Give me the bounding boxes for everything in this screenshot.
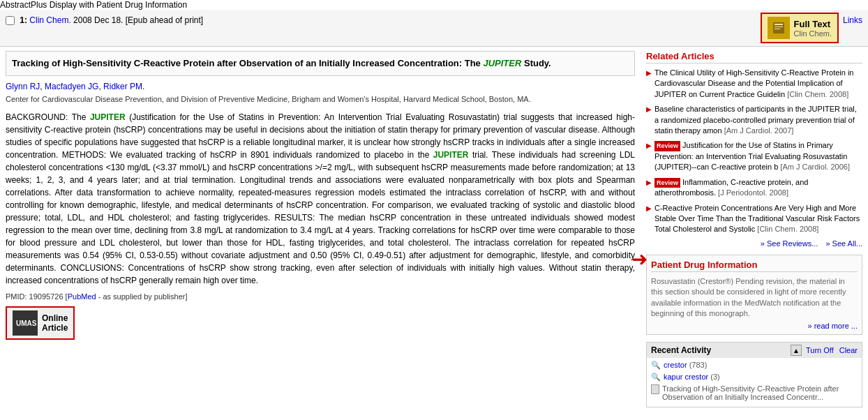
review-badge-3: Review: [654, 141, 680, 151]
book-icon: [772, 21, 786, 35]
citation-checkbox[interactable]: [6, 16, 15, 25]
online-article-button[interactable]: UMASS OnlineArticle: [6, 306, 75, 340]
online-article-label: OnlineArticle: [42, 313, 68, 333]
full-text-label: Full Text: [794, 19, 832, 29]
citation-number: 1:: [20, 15, 29, 25]
read-more-link[interactable]: » read more ...: [807, 322, 858, 330]
related-arrow-1: ▶: [646, 68, 652, 100]
related-item-5-text: C-Reactive Protein Concentrations Are Ve…: [654, 203, 862, 235]
read-more-container: » read more ...: [651, 322, 858, 330]
abstract-jupiter-2: JUPITER: [433, 150, 469, 160]
see-links: » See Reviews... » See All...: [646, 239, 862, 248]
related-arrow-5: ▶: [646, 204, 652, 235]
full-text-text: Full Text Clin Chem.: [794, 19, 832, 38]
citation-rest: 2008 Dec 18. [Epub ahead of print]: [73, 15, 203, 25]
ra-item-3-text: Tracking of High-Sensitivity C-Reactive …: [662, 384, 858, 401]
top-bar: 1: Clin Chem. 2008 Dec 18. [Epub ahead o…: [0, 10, 868, 47]
ra-item-2: 🔍 kapur crestor (3): [651, 373, 858, 382]
title-part1: Tracking of High-Sensitivity C-Reactive …: [12, 58, 483, 68]
svg-rect-1: [775, 24, 783, 25]
related-articles-section: Related Articles ▶ The Clinical Utility …: [646, 51, 862, 248]
patient-drug-header: Patient Drug Information: [651, 260, 858, 272]
ra-item-2-text: kapur crestor (3): [664, 373, 720, 381]
ra-link-1[interactable]: crestor: [664, 361, 687, 369]
clear-link[interactable]: Clear: [839, 346, 858, 354]
article-title: Tracking of High-Sensitivity C-Reactive …: [12, 57, 629, 70]
ra-item-3: Tracking of High-Sensitivity C-Reactive …: [651, 384, 858, 401]
search-icon-1: 🔍: [651, 361, 661, 370]
umass-icon: UMASS: [13, 310, 38, 336]
related-arrow-2: ▶: [646, 105, 652, 136]
page-title: AbstractPlus Display with Patient Drug I…: [0, 0, 187, 10]
ra-item-1: 🔍 crestor (783): [651, 361, 858, 370]
journal-link[interactable]: Clin Chem.: [29, 15, 70, 25]
umass-logo: UMASS: [14, 312, 36, 334]
title-part2: Study.: [521, 58, 551, 68]
turn-off-link[interactable]: Turn Off: [806, 346, 834, 354]
related-item-4-text: ReviewInflammation, C-reactive protein, …: [654, 177, 862, 199]
page-title-bar: AbstractPlus Display with Patient Drug I…: [0, 0, 868, 10]
author-macfadyen[interactable]: Macfadyen JG: [45, 82, 98, 91]
related-articles-header: Related Articles: [646, 51, 862, 63]
svg-rect-2: [775, 27, 783, 27]
recent-activity-header-bar: Recent Activity ▲ Turn Off Clear: [647, 343, 862, 358]
recent-activity-body: 🔍 crestor (783) 🔍 kapur crestor (3) Trac…: [647, 358, 862, 407]
recent-activity-section: Recent Activity ▲ Turn Off Clear 🔍 crest…: [646, 342, 862, 407]
related-item-1-text: The Clinical Utility of High-Sensitivity…: [654, 68, 862, 100]
citation-bar: 1: Clin Chem. 2008 Dec 18. [Epub ahead o…: [6, 13, 755, 25]
ra-item-1-text: crestor (783): [664, 361, 707, 369]
recent-activity-title: Recent Activity: [651, 345, 711, 355]
affiliation: Center for Cardiovascular Disease Preven…: [6, 94, 635, 105]
svg-text:UMASS: UMASS: [16, 320, 36, 327]
related-item-3: ▶ ReviewJustification for the Use of Sta…: [646, 140, 862, 172]
full-text-button[interactable]: Full Text Clin Chem.: [761, 13, 839, 43]
related-item-3-text: ReviewJustification for the Use of Stati…: [654, 140, 862, 172]
left-panel: Tracking of High-Sensitivity C-Reactive …: [6, 51, 646, 407]
author-ridker[interactable]: Ridker PM: [103, 82, 142, 91]
full-text-source: Clin Chem.: [794, 29, 832, 38]
related-item-2-text: Baseline characteristics of participants…: [654, 104, 862, 136]
full-text-icon: [768, 17, 790, 39]
abstract-jupiter-1: JUPITER: [90, 112, 126, 122]
recent-activity-controls: Turn Off Clear: [806, 346, 858, 354]
pubmed-link[interactable]: PubMed: [68, 292, 96, 301]
related-item-2: ▶ Baseline characteristics of participan…: [646, 104, 862, 136]
article-title-box: Tracking of High-Sensitivity C-Reactive …: [6, 51, 635, 76]
patient-drug-section: Patient Drug Information Rosuvastatin (C…: [646, 255, 862, 336]
links-button[interactable]: Links: [843, 13, 862, 25]
see-reviews-link[interactable]: » See Reviews...: [761, 239, 818, 248]
drug-name: Rosuvastatin (Crestor®): [651, 277, 733, 285]
document-icon: [651, 384, 659, 394]
review-badge-4: Review: [654, 178, 680, 188]
see-all-link[interactable]: » See All...: [825, 239, 862, 248]
pmid-line: PMID: 19095726 [PubMed - as supplied by …: [6, 292, 635, 301]
related-arrow-3: ▶: [646, 141, 652, 172]
related-item-5: ▶ C-Reactive Protein Concentrations Are …: [646, 203, 862, 235]
search-icon-2: 🔍: [651, 373, 661, 382]
ra-link-2[interactable]: kapur crestor: [664, 373, 708, 381]
patient-drug-text: Rosuvastatin (Crestor®) Pending revision…: [651, 276, 858, 320]
svg-rect-3: [775, 29, 780, 29]
authors: Glynn RJ, Macfadyen JG, Ridker PM.: [6, 82, 635, 91]
title-jupiter: JUPITER: [483, 58, 521, 68]
related-arrow-4: ▶: [646, 178, 652, 199]
related-item-4: ▶ ReviewInflammation, C-reactive protein…: [646, 177, 862, 199]
right-panel: Related Articles ▶ The Clinical Utility …: [646, 51, 862, 407]
scroll-up-button[interactable]: ▲: [791, 345, 802, 356]
abstract-text: BACKGROUND: The JUPITER (Justification f…: [6, 111, 635, 287]
main-content: ➜ Tracking of High-Sensitivity C-Reactiv…: [0, 47, 868, 412]
author-glynn[interactable]: Glynn RJ: [6, 82, 40, 91]
related-item-1: ▶ The Clinical Utility of High-Sensitivi…: [646, 68, 862, 100]
